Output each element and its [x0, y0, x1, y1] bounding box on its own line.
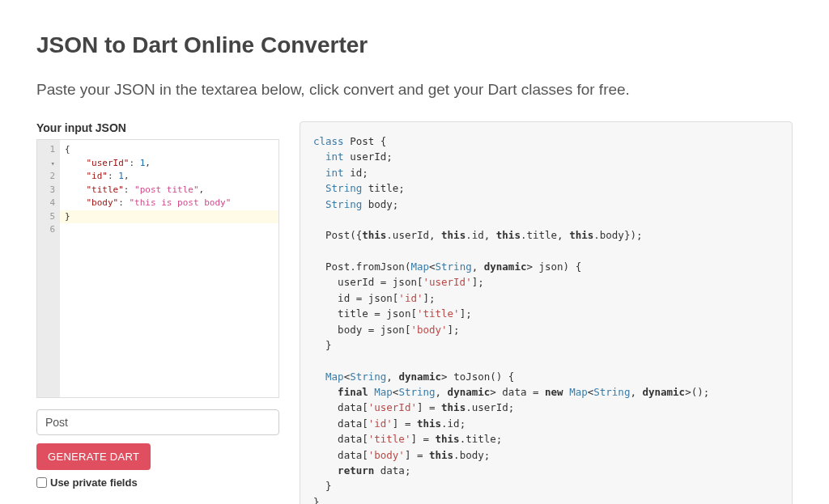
private-fields-checkbox[interactable] [36, 477, 47, 488]
editor-gutter: 1 ▾23456 [37, 140, 60, 397]
dart-output[interactable]: class Post { int userId; int id; String … [300, 121, 793, 504]
page-subtitle: Paste your JSON in the textarea below, c… [36, 81, 793, 99]
page-title: JSON to Dart Online Converter [36, 32, 793, 58]
private-fields-label: Use private fields [50, 476, 138, 489]
input-json-label: Your input JSON [36, 121, 279, 134]
editor-code[interactable]: { "userId": 1, "id": 1, "title": "post t… [60, 140, 278, 397]
private-fields-row[interactable]: Use private fields [36, 476, 279, 489]
generate-dart-button[interactable]: GENERATE DART [36, 443, 151, 470]
classname-input[interactable] [36, 409, 279, 435]
json-editor[interactable]: 1 ▾23456 { "userId": 1, "id": 1, "title"… [36, 139, 279, 398]
